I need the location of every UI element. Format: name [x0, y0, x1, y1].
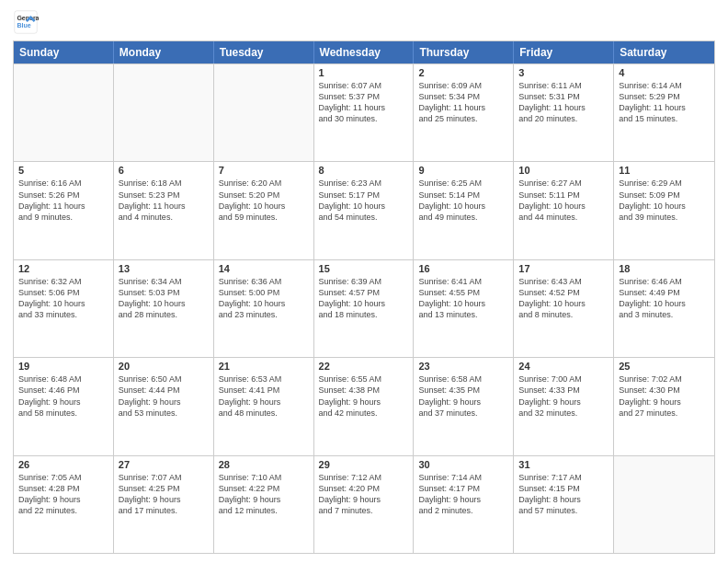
cell-text: Sunrise: 6:25 AM Sunset: 5:14 PM Dayligh… [418, 178, 508, 223]
cell-text: Sunrise: 7:07 AM Sunset: 4:25 PM Dayligh… [119, 472, 209, 517]
day-number: 9 [418, 165, 508, 176]
day-cell-24: 24Sunrise: 7:00 AM Sunset: 4:33 PM Dayli… [514, 358, 614, 454]
header: General Blue [13, 9, 715, 35]
day-cell-25: 25Sunrise: 7:02 AM Sunset: 4:30 PM Dayli… [614, 358, 714, 454]
calendar-body: 1Sunrise: 6:07 AM Sunset: 5:37 PM Daylig… [14, 63, 714, 553]
day-cell-27: 27Sunrise: 7:07 AM Sunset: 4:25 PM Dayli… [114, 456, 214, 553]
day-cell-21: 21Sunrise: 6:53 AM Sunset: 4:41 PM Dayli… [214, 358, 314, 454]
cell-text: Sunrise: 6:46 AM Sunset: 4:49 PM Dayligh… [619, 276, 710, 321]
logo: General Blue [13, 9, 39, 35]
day-cell-1: 1Sunrise: 6:07 AM Sunset: 5:37 PM Daylig… [314, 64, 415, 161]
day-number: 28 [219, 459, 309, 470]
header-cell-tuesday: Tuesday [214, 41, 314, 63]
header-cell-thursday: Thursday [414, 41, 514, 63]
calendar-row-3: 19Sunrise: 6:48 AM Sunset: 4:46 PM Dayli… [14, 357, 714, 454]
cell-text: Sunrise: 7:14 AM Sunset: 4:17 PM Dayligh… [418, 472, 508, 517]
day-number: 13 [119, 263, 209, 274]
cell-text: Sunrise: 7:12 AM Sunset: 4:20 PM Dayligh… [319, 472, 409, 517]
day-cell-19: 19Sunrise: 6:48 AM Sunset: 4:46 PM Dayli… [14, 358, 114, 454]
day-cell-7: 7Sunrise: 6:20 AM Sunset: 5:20 PM Daylig… [214, 162, 314, 259]
cell-text: Sunrise: 6:07 AM Sunset: 5:37 PM Dayligh… [319, 80, 409, 125]
cell-text: Sunrise: 6:18 AM Sunset: 5:23 PM Dayligh… [119, 178, 209, 223]
cell-text: Sunrise: 6:16 AM Sunset: 5:26 PM Dayligh… [18, 178, 108, 223]
day-cell-2: 2Sunrise: 6:09 AM Sunset: 5:34 PM Daylig… [414, 64, 514, 161]
cell-text: Sunrise: 7:05 AM Sunset: 4:28 PM Dayligh… [18, 472, 108, 517]
day-cell-13: 13Sunrise: 6:34 AM Sunset: 5:03 PM Dayli… [114, 260, 214, 357]
svg-text:Blue: Blue [17, 22, 30, 29]
cell-text: Sunrise: 6:58 AM Sunset: 4:35 PM Dayligh… [418, 373, 508, 419]
day-cell-4: 4Sunrise: 6:14 AM Sunset: 5:29 PM Daylig… [614, 64, 714, 161]
cell-text: Sunrise: 6:11 AM Sunset: 5:31 PM Dayligh… [518, 80, 609, 125]
cell-text: Sunrise: 6:09 AM Sunset: 5:34 PM Dayligh… [418, 80, 508, 125]
calendar-row-2: 12Sunrise: 6:32 AM Sunset: 5:06 PM Dayli… [14, 259, 714, 357]
day-cell-5: 5Sunrise: 6:16 AM Sunset: 5:26 PM Daylig… [14, 162, 114, 259]
day-cell-15: 15Sunrise: 6:39 AM Sunset: 4:57 PM Dayli… [314, 260, 415, 357]
cell-text: Sunrise: 6:55 AM Sunset: 4:38 PM Dayligh… [319, 373, 409, 419]
cell-text: Sunrise: 6:34 AM Sunset: 5:03 PM Dayligh… [119, 276, 209, 321]
day-cell-23: 23Sunrise: 6:58 AM Sunset: 4:35 PM Dayli… [414, 358, 514, 454]
day-number: 15 [319, 263, 409, 274]
logo-icon: General Blue [13, 9, 39, 35]
day-number: 1 [319, 67, 409, 78]
cell-text: Sunrise: 7:02 AM Sunset: 4:30 PM Dayligh… [619, 373, 710, 419]
empty-cell [114, 64, 214, 161]
day-cell-31: 31Sunrise: 7:17 AM Sunset: 4:15 PM Dayli… [514, 456, 614, 553]
day-number: 31 [518, 459, 609, 470]
cell-text: Sunrise: 7:00 AM Sunset: 4:33 PM Dayligh… [518, 373, 609, 419]
day-cell-3: 3Sunrise: 6:11 AM Sunset: 5:31 PM Daylig… [514, 64, 614, 161]
day-number: 17 [518, 263, 609, 274]
header-cell-saturday: Saturday [614, 41, 714, 63]
day-cell-6: 6Sunrise: 6:18 AM Sunset: 5:23 PM Daylig… [114, 162, 214, 259]
day-number: 12 [18, 263, 108, 274]
cell-text: Sunrise: 6:20 AM Sunset: 5:20 PM Dayligh… [219, 178, 309, 223]
day-number: 6 [119, 165, 209, 176]
cell-text: Sunrise: 6:50 AM Sunset: 4:44 PM Dayligh… [119, 373, 209, 419]
day-number: 21 [219, 361, 309, 372]
day-number: 19 [18, 361, 108, 372]
cell-text: Sunrise: 7:10 AM Sunset: 4:22 PM Dayligh… [219, 472, 309, 517]
day-cell-12: 12Sunrise: 6:32 AM Sunset: 5:06 PM Dayli… [14, 260, 114, 357]
day-number: 4 [619, 67, 710, 78]
day-cell-26: 26Sunrise: 7:05 AM Sunset: 4:28 PM Dayli… [14, 456, 114, 553]
cell-text: Sunrise: 6:14 AM Sunset: 5:29 PM Dayligh… [619, 80, 710, 125]
cell-text: Sunrise: 6:32 AM Sunset: 5:06 PM Dayligh… [18, 276, 108, 321]
day-number: 23 [418, 361, 508, 372]
day-number: 22 [319, 361, 409, 372]
day-cell-14: 14Sunrise: 6:36 AM Sunset: 5:00 PM Dayli… [214, 260, 314, 357]
day-number: 11 [619, 165, 710, 176]
cell-text: Sunrise: 6:39 AM Sunset: 4:57 PM Dayligh… [319, 276, 409, 321]
day-number: 29 [319, 459, 409, 470]
day-cell-11: 11Sunrise: 6:29 AM Sunset: 5:09 PM Dayli… [614, 162, 714, 259]
cell-text: Sunrise: 6:41 AM Sunset: 4:55 PM Dayligh… [418, 276, 508, 321]
cell-text: Sunrise: 6:36 AM Sunset: 5:00 PM Dayligh… [219, 276, 309, 321]
calendar-row-4: 26Sunrise: 7:05 AM Sunset: 4:28 PM Dayli… [14, 455, 714, 553]
cell-text: Sunrise: 6:29 AM Sunset: 5:09 PM Dayligh… [619, 178, 710, 223]
day-number: 16 [418, 263, 508, 274]
header-cell-monday: Monday [114, 41, 214, 63]
header-cell-wednesday: Wednesday [314, 41, 415, 63]
cell-text: Sunrise: 6:53 AM Sunset: 4:41 PM Dayligh… [219, 373, 309, 419]
day-number: 3 [518, 67, 609, 78]
day-cell-17: 17Sunrise: 6:43 AM Sunset: 4:52 PM Dayli… [514, 260, 614, 357]
day-cell-22: 22Sunrise: 6:55 AM Sunset: 4:38 PM Dayli… [314, 358, 415, 454]
empty-cell [214, 64, 314, 161]
header-cell-sunday: Sunday [14, 41, 114, 63]
cell-text: Sunrise: 7:17 AM Sunset: 4:15 PM Dayligh… [518, 472, 609, 517]
day-number: 18 [619, 263, 710, 274]
day-number: 25 [619, 361, 710, 372]
day-number: 10 [518, 165, 609, 176]
cell-text: Sunrise: 6:48 AM Sunset: 4:46 PM Dayligh… [18, 373, 108, 419]
day-cell-20: 20Sunrise: 6:50 AM Sunset: 4:44 PM Dayli… [114, 358, 214, 454]
calendar: SundayMondayTuesdayWednesdayThursdayFrid… [13, 40, 715, 554]
day-cell-8: 8Sunrise: 6:23 AM Sunset: 5:17 PM Daylig… [314, 162, 415, 259]
empty-cell [614, 456, 714, 553]
day-number: 8 [319, 165, 409, 176]
day-number: 24 [518, 361, 609, 372]
day-cell-28: 28Sunrise: 7:10 AM Sunset: 4:22 PM Dayli… [214, 456, 314, 553]
cell-text: Sunrise: 6:43 AM Sunset: 4:52 PM Dayligh… [518, 276, 609, 321]
day-number: 2 [418, 67, 508, 78]
day-number: 20 [119, 361, 209, 372]
day-cell-29: 29Sunrise: 7:12 AM Sunset: 4:20 PM Dayli… [314, 456, 415, 553]
header-cell-friday: Friday [514, 41, 614, 63]
cell-text: Sunrise: 6:23 AM Sunset: 5:17 PM Dayligh… [319, 178, 409, 223]
